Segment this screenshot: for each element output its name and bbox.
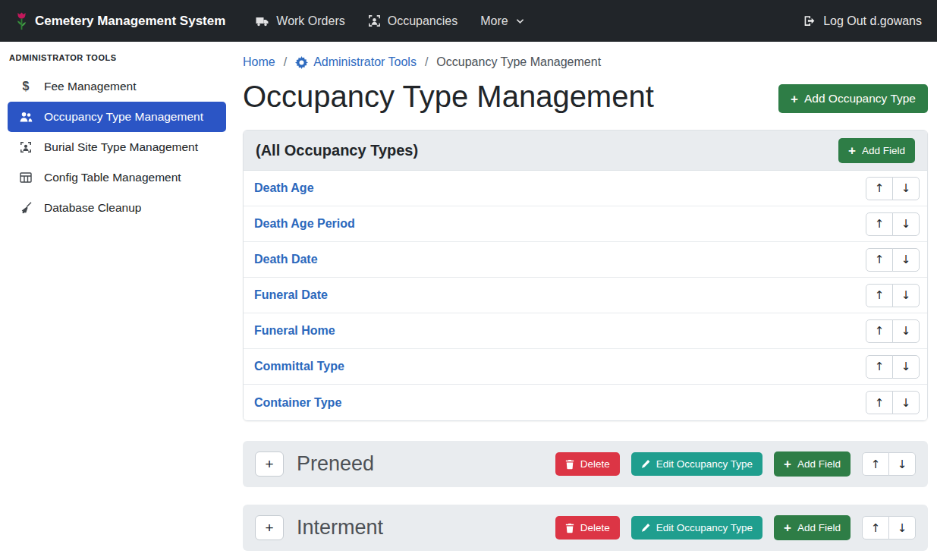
add-field-button[interactable]: + Add Field — [838, 138, 915, 163]
nav-label: Occupancies — [388, 14, 458, 28]
all-occupancy-types-card: (All Occupancy Types) + Add Field Death … — [243, 130, 928, 421]
field-link[interactable]: Container Type — [254, 396, 341, 410]
move-up-button[interactable]: ↑ — [866, 391, 893, 414]
button-label: Add Field — [862, 145, 905, 156]
plus-icon: + — [848, 144, 856, 157]
move-up-button[interactable]: ↑ — [866, 212, 893, 236]
occupancy-type-section-preneed: + Preneed Delete Edit Occupancy Typ — [243, 441, 928, 487]
broom-icon — [17, 202, 34, 214]
field-link[interactable]: Death Age Period — [254, 217, 355, 231]
edit-occupancy-type-button[interactable]: Delete Edit Occupancy Type — [631, 516, 762, 540]
move-down-button[interactable]: ↓ — [892, 284, 920, 307]
logout-icon — [803, 14, 816, 27]
flower-icon — [15, 11, 28, 31]
delete-button[interactable]: Delete — [555, 516, 620, 540]
button-label: Delete — [580, 522, 610, 533]
reorder-group: ↑ ↓ — [866, 212, 920, 236]
logout-label: Log Out d.gowans — [823, 14, 922, 28]
move-up-button[interactable]: ↑ — [866, 355, 893, 379]
add-occupancy-type-button[interactable]: + Add Occupancy Type — [778, 84, 928, 113]
reorder-group: ↑ ↓ — [862, 452, 916, 476]
app-brand[interactable]: Cemetery Management System — [15, 11, 225, 31]
card-title: (All Occupancy Types) — [256, 142, 418, 159]
sidebar-item-label: Config Table Management — [44, 171, 181, 184]
move-down-button[interactable]: ↓ — [892, 355, 920, 379]
move-down-button[interactable]: ↓ — [888, 516, 916, 540]
move-down-button[interactable]: ↓ — [892, 319, 920, 343]
admin-sidebar: ADMINISTRATOR TOOLS $ Fee Management Occ… — [0, 42, 234, 560]
section-title: Interment — [297, 516, 555, 540]
people-icon — [17, 112, 34, 123]
sidebar-item-burial-site-type-management[interactable]: Burial Site Type Management — [8, 132, 226, 162]
move-up-button[interactable]: ↑ — [866, 284, 893, 307]
move-up-button[interactable]: ↑ — [862, 452, 889, 476]
sidebar-item-occupancy-type-management[interactable]: Occupancy Type Management — [8, 102, 226, 132]
app-title: Cemetery Management System — [35, 14, 225, 29]
breadcrumb-admin-tools-link[interactable]: Administrator Tools — [295, 55, 417, 69]
move-down-button[interactable]: ↓ — [892, 248, 920, 272]
move-down-button[interactable]: ↓ — [892, 177, 920, 200]
field-link[interactable]: Death Date — [254, 253, 318, 266]
occupancy-type-section-interment: + Interment Delete Delete E — [243, 505, 928, 551]
nav-more[interactable]: More — [469, 8, 536, 35]
add-field-button[interactable]: + Add Field — [774, 451, 851, 477]
page-title: Occupancy Type Management — [243, 78, 654, 115]
sidebar-item-database-cleanup[interactable]: Database Cleanup — [8, 193, 226, 223]
button-label: Add Field — [797, 522, 841, 533]
move-up-button[interactable]: ↑ — [866, 248, 893, 272]
breadcrumb-label: Home — [243, 55, 275, 69]
nav-label: Work Orders — [276, 14, 344, 28]
expand-button[interactable]: + — [255, 451, 284, 477]
reorder-group: ↑ ↓ — [866, 319, 920, 343]
section-actions: Delete Delete Edit Occupancy Type + Add … — [555, 515, 916, 540]
move-up-button[interactable]: ↑ — [866, 177, 893, 200]
move-down-button[interactable]: ↓ — [888, 452, 916, 476]
section-actions: Delete Edit Occupancy Type + Add Field ↑… — [555, 451, 916, 477]
move-up-button[interactable]: ↑ — [862, 516, 889, 540]
reorder-group: ↑ ↓ — [866, 248, 920, 272]
main-content: Home / Administrator Tools / Occupancy T… — [234, 0, 937, 551]
expand-button[interactable]: + — [255, 515, 284, 540]
trash-icon — [565, 459, 574, 470]
sidebar-item-fee-management[interactable]: $ Fee Management — [8, 71, 226, 102]
pencil-icon — [641, 523, 650, 533]
edit-occupancy-type-button[interactable]: Edit Occupancy Type — [631, 452, 762, 476]
plus-icon: + — [784, 458, 791, 470]
button-label: Delete — [580, 458, 610, 470]
trash-icon — [565, 523, 574, 533]
breadcrumb-home-link[interactable]: Home — [243, 55, 275, 69]
field-link[interactable]: Funeral Home — [254, 324, 335, 338]
sidebar-item-label: Database Cleanup — [44, 201, 141, 215]
move-up-button[interactable]: ↑ — [866, 319, 893, 343]
page-header: Occupancy Type Management + Add Occupanc… — [243, 78, 928, 115]
truck-icon — [255, 15, 269, 27]
field-link[interactable]: Funeral Date — [254, 288, 328, 302]
logout-link[interactable]: Log Out d.gowans — [803, 14, 922, 28]
nav-work-orders[interactable]: Work Orders — [244, 8, 356, 35]
person-bounding-box-icon — [17, 141, 34, 153]
nav-label: More — [480, 14, 508, 28]
card-header: (All Occupancy Types) + Add Field — [244, 131, 927, 171]
section-title: Preneed — [297, 452, 555, 476]
add-field-button[interactable]: + Add Field — [774, 515, 851, 540]
move-down-button[interactable]: ↓ — [892, 391, 920, 414]
field-link[interactable]: Death Age — [254, 181, 314, 195]
move-down-button[interactable]: ↓ — [892, 212, 920, 236]
sidebar-item-label: Fee Management — [44, 80, 137, 93]
breadcrumb: Home / Administrator Tools / Occupancy T… — [243, 55, 928, 69]
field-link[interactable]: Committal Type — [254, 360, 344, 373]
field-row: Funeral Date ↑ ↓ — [244, 278, 927, 313]
button-label: Add Occupancy Type — [804, 92, 916, 105]
field-row: Death Age ↑ ↓ — [244, 171, 927, 206]
sidebar-item-config-table-management[interactable]: Config Table Management — [8, 162, 226, 193]
field-row: Committal Type ↑ ↓ — [244, 349, 927, 385]
pencil-icon — [641, 459, 650, 469]
nav-occupancies[interactable]: Occupancies — [357, 8, 470, 35]
gear-icon — [295, 56, 308, 69]
person-bounding-box-icon — [368, 14, 381, 27]
breadcrumb-separator: / — [284, 55, 287, 69]
reorder-group: ↑ ↓ — [862, 516, 916, 540]
field-row: Funeral Home ↑ ↓ — [244, 313, 927, 349]
dollar-icon: $ — [17, 80, 34, 93]
delete-button[interactable]: Delete — [555, 452, 620, 476]
